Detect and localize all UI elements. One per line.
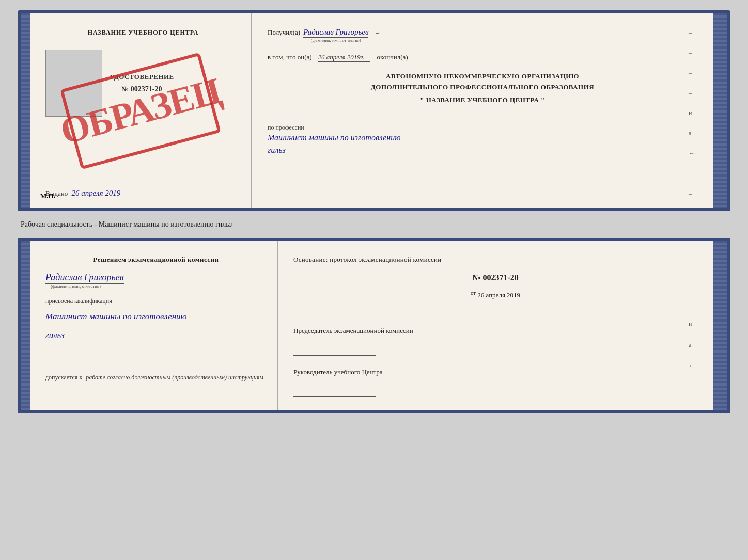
- dopuskaetsya-prefix: допускается к: [45, 374, 82, 381]
- profession-line2-top: гильз: [268, 144, 697, 156]
- org-line1: АВТОНОМНУЮ НЕКОММЕРЧЕСКУЮ ОРГАНИЗАЦИЮ: [268, 71, 697, 82]
- vydano-date: 26 апреля 2019: [72, 189, 121, 198]
- qualification-line1: Машинист машины по изготовлению: [45, 310, 267, 324]
- top-document-card: НАЗВАНИЕ УЧЕБНОГО ЦЕНТРА УДОСТОВЕРЕНИЕ №…: [18, 10, 730, 211]
- org-line2: ДОПОЛНИТЕЛЬНОГО ПРОФЕССИОНАЛЬНОГО ОБРАЗО…: [268, 82, 697, 93]
- vydano-line: Выдано 26 апреля 2019: [45, 189, 241, 198]
- osnovanie-label: Основание: протокол экзаменационной коми…: [293, 255, 697, 264]
- top-left-title: НАЗВАНИЕ УЧЕБНОГО ЦЕНТРА: [45, 29, 241, 37]
- rukovoditel-sig-line: [293, 396, 376, 397]
- fio-sublabel-top: (фамилия, имя, отчество): [311, 38, 361, 43]
- vtom-label: в том, что он(а): [268, 53, 312, 61]
- predsedatel-label: Председатель экзаменационной комиссии: [293, 327, 697, 335]
- right-edge-top: [713, 13, 727, 208]
- right-dashes-bottom: – – – и а ← – – –: [689, 257, 695, 413]
- spine-left: [21, 13, 30, 208]
- top-right-panel: Получил(а) Радислав Григорьев (фамилия, …: [252, 13, 713, 208]
- proto-number: № 002371-20: [293, 273, 697, 282]
- okanchil-label: окончил(а): [377, 53, 408, 61]
- poluchil-line: Получил(а) Радислав Григорьев (фамилия, …: [268, 28, 697, 43]
- po-professii-block: по профессии Машинист машины по изготовл…: [268, 120, 697, 156]
- ot-label: от: [471, 290, 476, 296]
- prisvoena-label: присвоена квалификация: [45, 297, 267, 305]
- bottom-left-panel: Решением экзаменационной комиссии Радисл…: [30, 241, 278, 410]
- mp-label: М.П.: [40, 192, 55, 200]
- recipient-name-top: Радислав Григорьев: [303, 28, 368, 38]
- between-label: Рабочая специальность - Машинист машины …: [21, 220, 232, 229]
- bottom-recipient-block: Радислав Григорьев (фамилия, имя, отчест…: [45, 272, 267, 289]
- profession-line1-top: Машинист машины по изготовлению: [268, 132, 697, 144]
- dopuskaetsya-text: работе согласно должностным (производств…: [86, 374, 263, 381]
- vtom-line: в том, что он(а) 26 апреля 2019г. окончи…: [268, 53, 697, 62]
- proto-date-line: от 26 апреля 2019: [293, 290, 697, 299]
- vtom-date: 26 апреля 2019г.: [318, 53, 370, 62]
- qualification-line2: гильз: [45, 329, 267, 342]
- bottom-document-card: Решением экзаменационной комиссии Радисл…: [18, 238, 730, 413]
- proto-date: 26 апреля 2019: [477, 291, 520, 299]
- org-name: " НАЗВАНИЕ УЧЕБНОГО ЦЕНТРА ": [268, 95, 697, 106]
- resheniyem-label: Решением экзаменационной комиссии: [45, 255, 267, 264]
- predsedatel-sig-line: [293, 355, 376, 356]
- right-dashes-top: – – – – и а ← – – –: [689, 29, 695, 211]
- poluchil-label: Получил(а): [268, 28, 300, 37]
- top-left-panel: НАЗВАНИЕ УЧЕБНОГО ЦЕНТРА УДОСТОВЕРЕНИЕ №…: [30, 13, 252, 208]
- spine-bottom-left: [21, 241, 30, 410]
- right-edge-bottom: [713, 241, 727, 410]
- org-block: АВТОНОМНУЮ НЕКОММЕРЧЕСКУЮ ОРГАНИЗАЦИЮ ДО…: [268, 71, 697, 105]
- bottom-fio-sublabel: (фамилия, имя, отчество): [51, 284, 101, 289]
- rukovoditel-label: Руководитель учебного Центра: [293, 368, 697, 376]
- po-professii-label: по профессии: [268, 124, 697, 132]
- bottom-right-panel: Основание: протокол экзаменационной коми…: [278, 241, 713, 410]
- dopuskaetsya-block: допускается к работе согласно должностны…: [45, 374, 267, 381]
- bottom-recipient-name: Радислав Григорьев: [45, 272, 124, 284]
